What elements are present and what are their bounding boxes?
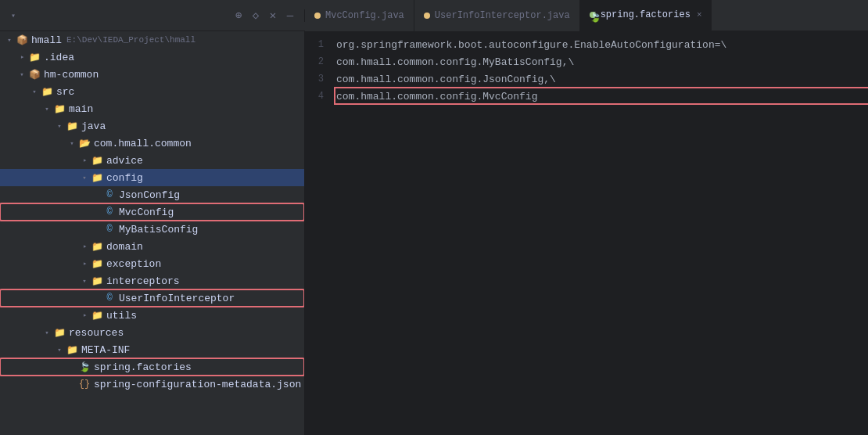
tree-label: MyBatisConfig (119, 224, 198, 235)
project-sidebar: ▾📦hmallE:\Dev\IEDA_Project\hmall▾📁.idea▾… (0, 31, 305, 435)
tabs-bar: MvcConfig.javaUserInfoInterceptor.java🍃s… (305, 0, 868, 31)
tree-item-resources[interactable]: ▾📁resources (0, 324, 304, 341)
tab-label: spring.factories (601, 9, 690, 20)
folder-icon: 📁 (91, 154, 103, 167)
tree-arrow-icon: ▾ (78, 309, 91, 322)
tree-label: .idea (44, 52, 74, 63)
tab-factories[interactable]: 🍃spring.factories× (580, 0, 712, 31)
line-content: org.springframework.boot.autoconfigure.E… (336, 38, 868, 51)
tree-item-idea[interactable]: ▾📁.idea (0, 49, 304, 66)
tree-arrow-icon: ▾ (41, 326, 53, 339)
tree-arrow-icon: ▾ (28, 85, 41, 98)
folder-icon: 📁 (91, 171, 103, 184)
tree-item-interceptors[interactable]: ▾📁interceptors (0, 272, 304, 289)
tree-label: resources (69, 327, 124, 339)
tree-item-spring.factories[interactable]: 🍃spring.factories (0, 358, 304, 376)
tree-arrow-icon: ▾ (78, 275, 91, 287)
tree-item-hmall-root[interactable]: ▾📦hmallE:\Dev\IEDA_Project\hmall (0, 31, 304, 49)
class-icon: © (103, 189, 116, 201)
tab-close-button[interactable]: × (697, 10, 702, 20)
tree-arrow-icon: ▾ (3, 34, 16, 46)
title-bar: ▾ ⊕ ◇ ✕ — MvcConfig.javaUserInfoIntercep… (0, 0, 868, 31)
tree-label: domain (106, 241, 143, 253)
toolbar-icons: ⊕ ◇ ✕ — (232, 9, 296, 22)
tree-label: utils (106, 310, 137, 322)
code-line-3: 3 com.hmall.common.config.JsonConfig,\ (305, 72, 868, 89)
main-content: ▾📦hmallE:\Dev\IEDA_Project\hmall▾📁.idea▾… (0, 31, 868, 435)
class-icon: © (103, 292, 116, 304)
tree-item-UserInfoInterceptor[interactable]: ©UserInfoInterceptor (0, 289, 304, 307)
tree-label: exception (106, 258, 161, 270)
line-content: com.hmall.common.config.MyBatisConfig,\ (336, 55, 868, 68)
tree-label: main (69, 103, 93, 115)
tree-item-MvcConfig[interactable]: ©MvcConfig (0, 203, 304, 221)
folder-icon: 📁 (53, 102, 66, 115)
tree-item-domain[interactable]: ▾📁domain (0, 238, 304, 255)
module-icon: 📦 (28, 68, 41, 81)
sidebar-header: ▾ ⊕ ◇ ✕ — (0, 9, 305, 22)
tree-path-hint: E:\Dev\IEDA_Project\hmall (66, 35, 195, 45)
tree-item-MyBatisConfig[interactable]: ©MyBatisConfig (0, 221, 304, 238)
code-line-2: 2 com.hmall.common.config.MyBatisConfig,… (305, 55, 868, 72)
folder-icon: 📁 (91, 240, 103, 253)
folder-icon: 📁 (66, 343, 78, 356)
minimize-icon[interactable]: — (284, 9, 296, 22)
line-content: com.hmall.common.config.MvcConfig (336, 89, 868, 102)
tree-item-utils[interactable]: ▾📁utils (0, 307, 304, 324)
tree-item-exception[interactable]: ▾📁exception (0, 255, 304, 272)
line-number: 1 (305, 38, 336, 50)
line-content: com.hmall.common.config.JsonConfig,\ (336, 72, 868, 85)
class-icon: © (103, 206, 116, 218)
tree-item-main[interactable]: ▾📁main (0, 100, 304, 117)
project-title[interactable]: ▾ (8, 11, 16, 20)
folder-icon: 📁 (91, 309, 103, 322)
factories-icon: 🍃 (590, 12, 596, 18)
tree-label: src (56, 86, 74, 98)
tree-arrow-icon: ▾ (16, 68, 28, 81)
code-line-4: 4 com.hmall.common.config.MvcConfig (305, 89, 868, 106)
tree-item-config[interactable]: ▾📁config (0, 169, 304, 186)
folder-icon: 📁 (91, 275, 103, 287)
line-number: 4 (305, 89, 336, 102)
tree-item-advice[interactable]: ▾📁advice (0, 152, 304, 169)
line-number: 3 (305, 72, 336, 84)
code-line-1: 1org.springframework.boot.autoconfigure.… (305, 38, 868, 55)
tree-label: MvcConfig (119, 207, 174, 218)
json-icon: {} (78, 378, 91, 390)
tab-label: UserInfoInterceptor.java (435, 10, 570, 21)
tree-arrow-icon: ▾ (41, 102, 53, 115)
tree-label: hmall (31, 34, 62, 46)
tree-item-META-INF[interactable]: ▾📁META-INF (0, 341, 304, 358)
tree-label: JsonConfig (119, 189, 180, 201)
tree-arrow-icon: ▾ (16, 51, 28, 63)
tree-item-com.hmall.common[interactable]: ▾📂com.hmall.common (0, 135, 304, 152)
tree-item-spring-config-meta[interactable]: {}spring-configuration-metadata.json (0, 376, 304, 393)
folder-icon: 📁 (41, 85, 53, 98)
tab-mvc[interactable]: MvcConfig.java (305, 0, 414, 31)
line-number: 2 (305, 55, 336, 67)
tree-arrow-icon: ▾ (78, 154, 91, 167)
tab-interceptor[interactable]: UserInfoInterceptor.java (414, 0, 580, 31)
tree-label: spring.factories (94, 361, 192, 373)
folder-icon: 📁 (28, 51, 41, 63)
tree-label: UserInfoInterceptor (119, 293, 235, 304)
refresh-icon[interactable]: ◇ (249, 9, 262, 22)
tree-label: interceptors (106, 275, 180, 287)
tree-arrow-icon: ▾ (78, 171, 91, 184)
java-icon (314, 13, 321, 19)
tree-item-src[interactable]: ▾📁src (0, 83, 304, 100)
tree-arrow-icon: ▾ (66, 137, 78, 149)
tree-item-hm-common[interactable]: ▾📦hm-common (0, 66, 304, 83)
package-icon: 📂 (78, 137, 91, 149)
java-icon (424, 13, 430, 19)
tree-label: hm-common (44, 69, 99, 81)
tree-label: config (106, 172, 143, 184)
folder-icon: 📁 (66, 120, 78, 132)
add-icon[interactable]: ⊕ (232, 9, 245, 22)
tree-item-java[interactable]: ▾📁java (0, 117, 304, 135)
module-icon: 📦 (16, 34, 28, 46)
tree-arrow-icon: ▾ (53, 120, 66, 132)
tree-arrow-icon: ▾ (78, 257, 91, 270)
close-icon[interactable]: ✕ (267, 9, 279, 22)
tree-item-JsonConfig[interactable]: ©JsonConfig (0, 186, 304, 203)
